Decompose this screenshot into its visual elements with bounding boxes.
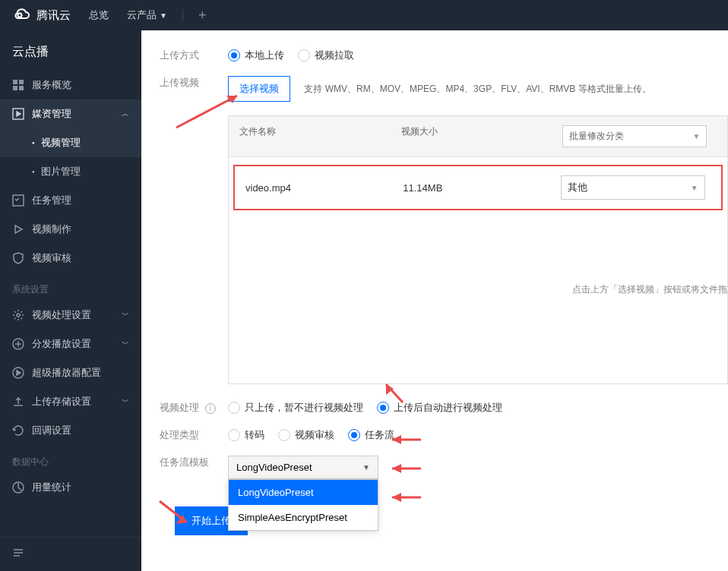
svg-rect-2 [19,80,24,84]
sidebar-item-video-process-settings[interactable]: 视频处理设置 ﹀ [0,301,141,330]
sidebar-item-label: 图片管理 [41,165,81,178]
radio-label: 视频拉取 [315,49,354,62]
sidebar-item-label: 分发播放设置 [32,337,91,351]
radio-label: 只上传，暂不进行视频处理 [245,401,363,415]
dropdown-option[interactable]: SimpleAesEncryptPreset [229,505,378,530]
grid-icon [12,79,24,91]
row-process-type: 处理类型 转码 视频审核 任务流 [160,428,728,442]
radio-label: 本地上传 [245,49,284,62]
radio-video-pull[interactable]: 视频拉取 [298,49,354,62]
sidebar-item-media-mgmt[interactable]: 媒资管理 ︿ [0,99,141,128]
radio-icon [278,429,290,441]
radio-icon [228,402,240,414]
label-process-type: 处理类型 [160,428,228,442]
select-value: 其他 [568,181,587,194]
table-header: 文件名称 视频大小 批量修改分类 ▼ [229,116,727,157]
label-upload-video: 上传视频 [160,76,228,90]
radio-local-upload[interactable]: 本地上传 [228,49,284,62]
sidebar-item-image-mgmt[interactable]: ●图片管理 [0,157,141,186]
chevron-up-icon: ︿ [122,109,129,119]
file-table: 文件名称 视频大小 批量修改分类 ▼ video.mp4 11.14MB 其 [228,115,728,384]
main-content: 上传方式 本地上传 视频拉取 上传视频 选择视频 支持 WMV、RM、M [141,30,728,571]
sidebar-item-label: 服务概览 [32,78,71,92]
nav-overview[interactable]: 总览 [89,8,109,22]
empty-hint: 点击上方「选择视频」按钮或将文件拖 [572,283,727,296]
sidebar-item-callback[interactable]: 回调设置 [0,416,141,445]
label-video-process: 视频处理 i [160,401,228,415]
sidebar-collapse-button[interactable] [0,537,141,571]
radio-audit[interactable]: 视频审核 [278,428,334,442]
radio-icon [228,429,240,441]
sidebar-section-sys: 系统设置 [0,273,141,301]
topbar: 腾讯云 总览 云产品 ▼ + [0,0,728,30]
distribute-icon [12,338,24,350]
chevron-down-icon: ﹀ [122,396,129,407]
chevron-down-icon: ﹀ [122,310,129,320]
sidebar-title: 云点播 [0,30,141,71]
select-video-button[interactable]: 选择视频 [228,76,290,102]
sidebar-item-super-player[interactable]: 超级播放器配置 [0,358,141,387]
sidebar-item-video-mgmt[interactable]: ●视频管理 [0,128,141,157]
radio-label: 转码 [245,428,264,442]
sidebar-item-label: 视频处理设置 [32,308,91,322]
cell-filename: video.mp4 [245,182,403,194]
sidebar-item-video-production[interactable]: 视频制作 [0,215,141,244]
dropdown-option[interactable]: LongVideoPreset [229,480,378,505]
svg-rect-3 [13,86,17,90]
radio-only-upload[interactable]: 只上传，暂不进行视频处理 [228,401,363,415]
sidebar-item-dist-play-settings[interactable]: 分发播放设置 ﹀ [0,330,141,358]
radio-label: 视频审核 [295,428,334,442]
radio-icon [298,49,310,62]
sidebar-item-task-mgmt[interactable]: 任务管理 [0,186,141,215]
sidebar-item-video-audit[interactable]: 视频审核 [0,244,141,273]
svg-rect-1 [13,80,17,84]
radio-auto-process[interactable]: 上传后自动进行视频处理 [377,401,502,415]
callback-icon [12,424,24,437]
sidebar-item-label: 媒资管理 [32,107,71,121]
radio-label: 任务流 [365,428,394,442]
label-upload-method: 上传方式 [160,49,228,62]
col-size: 视频大小 [401,125,563,147]
radio-label: 上传后自动进行视频处理 [394,401,502,415]
shield-icon [12,252,24,264]
annotation-arrow [388,491,424,504]
sidebar-item-service-overview[interactable]: 服务概览 [0,71,141,99]
player-icon [12,367,24,379]
sidebar: 云点播 服务概览 媒资管理 ︿ ●视频管理 ●图片管理 任务管理 视频制作 视频… [0,30,141,571]
svg-point-0 [18,14,22,17]
batch-category-select[interactable]: 批量修改分类 ▼ [562,125,707,147]
radio-transcode[interactable]: 转码 [228,428,264,442]
upload-icon [12,396,24,408]
row-category-select[interactable]: 其他 ▼ [561,175,705,200]
chevron-down-icon: ▼ [693,132,701,140]
sidebar-item-label: 视频审核 [32,251,71,265]
chevron-down-icon: ▼ [691,184,698,192]
add-tab-button[interactable]: + [198,8,207,24]
sidebar-item-label: 回调设置 [32,424,71,437]
sidebar-item-label: 视频制作 [32,222,71,236]
chart-icon [12,481,24,494]
sidebar-item-label: 超级播放器配置 [32,366,101,380]
label-task-template: 任务流模板 [160,456,228,469]
radio-icon [348,429,360,441]
gear-icon [12,309,24,321]
svg-rect-4 [19,86,24,90]
nav-products[interactable]: 云产品 ▼ [127,8,167,22]
divider [182,9,183,21]
radio-icon [377,402,389,414]
task-template-select[interactable]: LongVideoPreset ▼ [228,456,378,479]
row-upload-video: 上传视频 选择视频 支持 WMV、RM、MOV、MPEG、MP4、3GP、FLV… [160,76,728,102]
svg-point-7 [17,314,20,317]
brand-logo[interactable]: 腾讯云 [12,6,71,24]
play-icon [12,223,24,235]
play-square-icon [12,108,24,120]
sidebar-item-label: 任务管理 [32,194,71,207]
sidebar-item-upload-storage[interactable]: 上传存储设置 ﹀ [0,387,141,416]
table-row: video.mp4 11.14MB 其他 ▼ [233,165,723,210]
info-icon[interactable]: i [205,403,216,414]
sidebar-item-usage-stats[interactable]: 用量统计 [0,473,141,502]
sidebar-section-data: 数据中心 [0,445,141,473]
chevron-down-icon: ▼ [362,463,370,472]
collapse-icon [12,547,24,559]
radio-task-flow[interactable]: 任务流 [348,428,394,442]
